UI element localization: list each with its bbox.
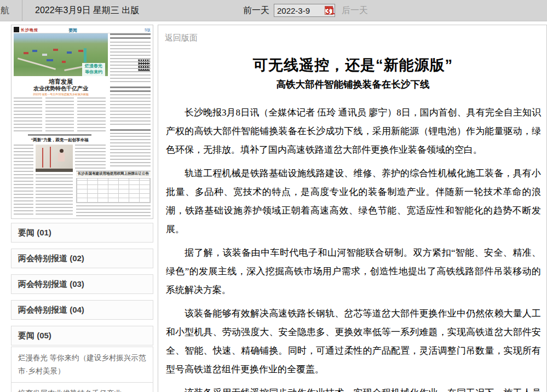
- newspaper-page-thumbnail[interactable]: 长沙晚报 要闻 5版 烂漫春光 等你来约 培育发展 农业优势特色千亿产业 202…: [11, 25, 153, 219]
- thumb-masthead: 长沙晚报: [21, 27, 38, 33]
- newspaper-logo-icon: [14, 27, 19, 32]
- thumb-subheadline: 2022年省第一号文件32项措施为乡村振兴赋能: [14, 93, 108, 96]
- prev-day-button[interactable]: 前一天: [243, 5, 269, 16]
- article-paragraph: 该装备采用无线遥控同步动作作业技术，实现全程机械化作业，在同工况下，施工人员较行…: [166, 384, 541, 392]
- village-roof: [53, 49, 58, 51]
- article-title: 可无线遥控，还是“新能源版”: [164, 55, 542, 75]
- thumb-text-lines: [36, 174, 73, 217]
- calendar-icon-day: 31: [325, 9, 332, 14]
- thumb-text-lines: [110, 87, 151, 92]
- thumb-text-lines: [45, 97, 74, 132]
- thumb-masthead-row: 长沙晚报 要闻 5版: [14, 27, 151, 33]
- village-roof: [47, 59, 53, 61]
- thumb-text-lines: [76, 205, 151, 216]
- sidebar-article-link[interactable]: 烂漫春光 等你来约（建设乡村振兴示范市·乡村美景）: [11, 347, 153, 382]
- article-panel: 返回版面 可无线遥控，还是“新能源版” 高铁大部件智能铺换装备在长沙下线 长沙晚…: [158, 25, 547, 392]
- thumb-text-lines: [110, 136, 151, 169]
- village-roof: [32, 50, 37, 52]
- worker-figure: [60, 149, 64, 153]
- thumb-text-lines: [14, 145, 33, 217]
- sidebar-section-yaowen-05[interactable]: 要闻 (05): [11, 326, 153, 345]
- article-paragraph: 轨道工程机械是铁路基础设施线路建设、维修、养护的综合性机械化施工装备，具有小批量…: [166, 164, 541, 239]
- thumb-notice-table: [76, 178, 151, 203]
- section-list: 要闻 (01) 两会特别报道 (02) 两会特别报道 (03) 两会特别报道 (…: [11, 223, 153, 392]
- thumb-text-lines: [28, 134, 91, 136]
- thumb-text-lines: [75, 145, 106, 169]
- village-roof: [67, 51, 72, 54]
- article-subtitle: 高铁大部件智能铺换装备在长沙下线: [164, 78, 542, 91]
- article-paragraph: 长沙晚报3月8日讯（全媒体记者 伍玲 通讯员 廖宁）8日，国内首创、具有完全自主…: [166, 103, 541, 159]
- thumb-teal-line2: 等你来约: [82, 69, 105, 75]
- sidebar-article-link[interactable]: 培育发展农业优势特色千亿产业: [11, 382, 153, 392]
- thumb-teal-headline: 烂漫春光 等你来约: [82, 63, 105, 76]
- worker-figure: [58, 153, 65, 162]
- village-roof: [24, 52, 28, 54]
- date-picker: 31: [274, 4, 335, 17]
- thumb-text-lines: [110, 33, 151, 39]
- publish-date-text: 2022年3月9日 星期三 出版: [35, 5, 139, 16]
- sidebar-section-lianghui-03[interactable]: 两会特别报道 (03): [11, 274, 153, 294]
- village-roof: [42, 54, 47, 56]
- article-body: 长沙晚报3月8日讯（全媒体记者 伍玲 通讯员 廖宁）8日，国内首创、具有完全自主…: [164, 103, 542, 392]
- thumb-text-lines: [110, 42, 151, 84]
- sidebar-section-yaowen-01[interactable]: 要闻 (01): [11, 223, 153, 243]
- thumb-teal-line1: 烂漫春光: [82, 63, 105, 69]
- thumb-text-lines: [110, 94, 151, 126]
- next-day-button[interactable]: 后一天: [342, 5, 368, 16]
- thumb-teal-strip: [84, 48, 87, 62]
- topbar-divider: [22, 0, 22, 21]
- calendar-icon[interactable]: 31: [325, 6, 333, 15]
- thumb-main-headline-line2: 农业优势特色千亿产业: [14, 85, 108, 93]
- machine-part: [36, 169, 73, 172]
- article-paragraph: 该装备能够有效解决高速铁路长钢轨、岔芯等道岔大部件更换作业中仍然依赖大量人工和小…: [166, 304, 541, 379]
- village-roof: [78, 50, 83, 52]
- section-article-list: 烂漫春光 等你来约（建设乡村振兴示范市·乡村美景） 培育发展农业优势特色千亿产业: [11, 347, 153, 392]
- thumb-text-lines: [77, 97, 106, 132]
- nav-link-truncated[interactable]: 航: [1, 5, 9, 16]
- village-roof: [62, 61, 66, 63]
- thumb-text-lines: [14, 97, 42, 132]
- top-navigation-bar: 航 2022年3月9日 星期三 出版 前一天 31 后一天: [0, 0, 547, 21]
- sidebar-section-lianghui-04[interactable]: 两会特别报道 (04): [11, 300, 153, 320]
- thumb-worker-photo: [36, 145, 73, 172]
- back-to-page-link[interactable]: 返回版面: [165, 33, 198, 43]
- sidebar-section-lianghui-02[interactable]: 两会特别报道 (02): [11, 249, 153, 268]
- machine-part: [42, 148, 43, 168]
- machine-part: [50, 147, 51, 168]
- thumb-notice-headline: 长沙县国有建设用地使用权网上挂牌出让公告: [76, 171, 151, 177]
- thumb-text-lines: [110, 129, 151, 134]
- thumb-bottom-headline: “两新”力量，跟党一起创享幸福: [14, 137, 106, 143]
- article-paragraph: 据了解，该装备由中车时代电子和山河智能联合研制。双方紧扣“智能、安全、精准、绿色…: [166, 244, 541, 299]
- thumb-page-number: 5版: [145, 27, 151, 33]
